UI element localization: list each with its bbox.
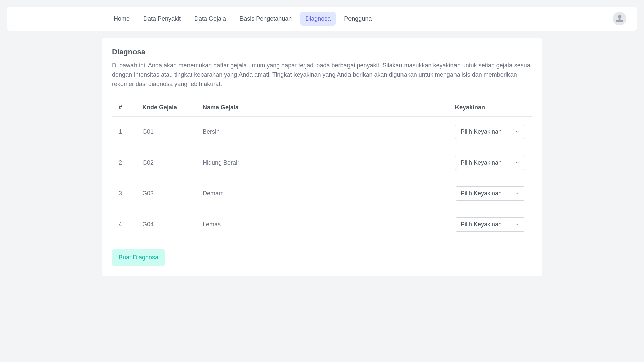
cell-keyakinan: Pilih Keyakinan — [448, 116, 532, 147]
chevron-down-icon — [515, 160, 520, 165]
nav-data-gejala[interactable]: Data Gejala — [189, 12, 231, 26]
select-label: Pilih Keyakinan — [461, 221, 502, 228]
cell-kode: G03 — [136, 178, 196, 209]
select-label: Pilih Keyakinan — [461, 190, 502, 197]
chevron-down-icon — [515, 129, 520, 134]
keyakinan-select[interactable]: Pilih Keyakinan — [455, 217, 525, 232]
th-kode: Kode Gejala — [136, 99, 196, 117]
cell-keyakinan: Pilih Keyakinan — [448, 209, 532, 240]
nav-pengguna[interactable]: Pengguna — [339, 12, 377, 26]
topbar: Home Data Penyakit Data Gejala Basis Pen… — [7, 7, 637, 31]
keyakinan-select[interactable]: Pilih Keyakinan — [455, 156, 525, 170]
main-nav: Home Data Penyakit Data Gejala Basis Pen… — [108, 12, 377, 26]
nav-home[interactable]: Home — [108, 12, 135, 26]
table-row: 1G01BersinPilih Keyakinan — [112, 116, 532, 147]
chevron-down-icon — [515, 191, 520, 196]
user-icon — [615, 14, 624, 23]
cell-nama: Hidung Berair — [196, 147, 448, 178]
cell-nama: Bersin — [196, 116, 448, 147]
th-keyakinan: Keyakinan — [448, 99, 532, 117]
chevron-down-icon — [515, 222, 520, 227]
table-row: 3G03DemamPilih Keyakinan — [112, 178, 532, 209]
keyakinan-select[interactable]: Pilih Keyakinan — [455, 186, 525, 201]
cell-kode: G01 — [136, 116, 196, 147]
page-description: Di bawah ini, Anda akan menemukan daftar… — [112, 61, 532, 89]
cell-keyakinan: Pilih Keyakinan — [448, 147, 532, 178]
buat-diagnosa-button[interactable]: Buat Diagnosa — [112, 249, 165, 266]
cell-index: 3 — [112, 178, 136, 209]
nav-basis-pengetahuan[interactable]: Basis Pengetahuan — [234, 12, 297, 26]
gejala-table: # Kode Gejala Nama Gejala Keyakinan 1G01… — [112, 99, 532, 240]
keyakinan-select[interactable]: Pilih Keyakinan — [455, 125, 525, 139]
cell-nama: Demam — [196, 178, 448, 209]
cell-index: 1 — [112, 116, 136, 147]
page-title: Diagnosa — [112, 48, 532, 56]
cell-index: 2 — [112, 147, 136, 178]
cell-kode: G02 — [136, 147, 196, 178]
cell-index: 4 — [112, 209, 136, 240]
nav-diagnosa[interactable]: Diagnosa — [300, 12, 336, 26]
cell-kode: G04 — [136, 209, 196, 240]
table-row: 4G04LemasPilih Keyakinan — [112, 209, 532, 240]
select-label: Pilih Keyakinan — [461, 128, 502, 135]
avatar[interactable] — [613, 12, 626, 25]
diagnosa-card: Diagnosa Di bawah ini, Anda akan menemuk… — [102, 38, 542, 276]
table-row: 2G02Hidung BerairPilih Keyakinan — [112, 147, 532, 178]
nav-data-penyakit[interactable]: Data Penyakit — [138, 12, 186, 26]
th-nama: Nama Gejala — [196, 99, 448, 117]
th-index: # — [112, 99, 136, 117]
select-label: Pilih Keyakinan — [461, 159, 502, 166]
cell-keyakinan: Pilih Keyakinan — [448, 178, 532, 209]
cell-nama: Lemas — [196, 209, 448, 240]
